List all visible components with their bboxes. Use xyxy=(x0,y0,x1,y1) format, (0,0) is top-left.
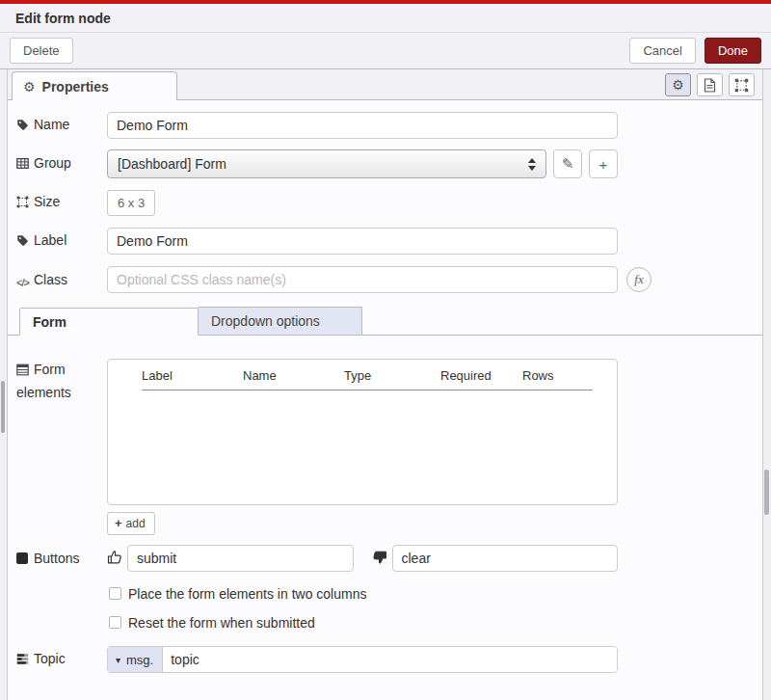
th-list-icon xyxy=(16,361,29,382)
column-header: Required xyxy=(440,368,522,383)
cancel-button[interactable]: Cancel xyxy=(629,38,695,64)
group-label: Group xyxy=(16,155,107,173)
add-group-button[interactable]: + xyxy=(589,149,618,178)
two-columns-option-label: Place the form elements in two columns xyxy=(128,586,366,602)
topic-typed-input: ▾ msg. xyxy=(107,646,618,673)
two-columns-option[interactable]: Place the form elements in two columns xyxy=(109,586,762,601)
tag-icon xyxy=(16,234,29,250)
node-subtab-bar: Form Dropdown options xyxy=(8,307,762,336)
left-scrollbar-thumb[interactable] xyxy=(1,381,5,433)
form-elements-section: Form elements Label Name Type Required R… xyxy=(16,359,762,535)
topic-value-input[interactable] xyxy=(163,647,617,672)
tasks-icon xyxy=(16,653,29,668)
edit-group-button[interactable]: ✎ xyxy=(553,149,582,178)
form-elements-table-header: Label Name Type Required Rows xyxy=(142,368,593,390)
tab-properties[interactable]: ⚙ Properties xyxy=(12,71,177,100)
size-label: Size xyxy=(16,194,107,211)
column-header: Name xyxy=(243,368,344,383)
gear-icon: ⚙ xyxy=(23,80,36,94)
fx-expression-button[interactable]: fx xyxy=(626,267,651,292)
select-arrows-icon xyxy=(528,158,536,171)
dialog-title-bar: Edit form node xyxy=(0,4,771,33)
delete-button[interactable]: Delete xyxy=(10,38,73,64)
dialog-body: ⚙ Properties ⚙ xyxy=(7,69,763,700)
thumbs-up-icon xyxy=(107,550,122,568)
plus-icon: + xyxy=(115,516,122,530)
subtab-dropdown-options[interactable]: Dropdown options xyxy=(198,307,362,335)
editor-tab-icons: ⚙ xyxy=(665,73,755,96)
object-group-icon xyxy=(734,78,749,93)
dialog-action-bar: Delete Cancel Done xyxy=(0,33,771,69)
topic-type-select[interactable]: ▾ msg. xyxy=(108,647,163,672)
size-row: Size 6 x 3 xyxy=(16,189,762,216)
plus-icon: + xyxy=(599,156,608,173)
properties-icon-button[interactable]: ⚙ xyxy=(665,73,691,96)
properties-form: Name Grou xyxy=(8,100,762,673)
clear-button-label-input[interactable] xyxy=(392,545,619,572)
tag-icon xyxy=(16,119,29,134)
class-label: </>Class xyxy=(16,272,107,288)
label-input[interactable] xyxy=(107,228,618,255)
name-label: Name xyxy=(16,117,107,134)
editor-tab-bar: ⚙ Properties ⚙ xyxy=(8,69,762,100)
pencil-icon: ✎ xyxy=(562,155,574,173)
thumbs-down-icon xyxy=(372,550,387,568)
class-row: </>Class fx xyxy=(16,266,762,293)
description-icon-button[interactable] xyxy=(697,73,723,96)
subtab-form[interactable]: Form xyxy=(19,308,199,336)
name-row: Name xyxy=(16,112,762,139)
buttons-label: Buttons xyxy=(16,551,107,566)
tab-properties-label: Properties xyxy=(42,79,109,94)
right-scrollbar-thumb[interactable] xyxy=(764,470,769,515)
topic-type-label: msg. xyxy=(126,653,153,667)
size-button[interactable]: 6 x 3 xyxy=(107,190,155,216)
reset-form-option[interactable]: Reset the form when submitted xyxy=(109,615,762,630)
form-elements-editor: Label Name Type Required Rows +add xyxy=(107,359,618,535)
buttons-row: Buttons xyxy=(16,545,762,572)
group-select-value: [Dashboard] Form xyxy=(118,156,226,172)
done-button[interactable]: Done xyxy=(705,38,761,64)
square-icon xyxy=(16,552,28,564)
caret-down-icon: ▾ xyxy=(116,655,120,665)
name-input[interactable] xyxy=(107,112,618,139)
edit-node-dialog: Edit form node Delete Cancel Done ⚙ Prop… xyxy=(0,0,771,700)
document-icon xyxy=(704,78,716,93)
dialog-title: Edit form node xyxy=(15,11,111,26)
add-element-button[interactable]: +add xyxy=(107,512,155,535)
object-group-icon xyxy=(16,196,29,211)
code-icon: </> xyxy=(16,277,29,288)
column-header: Rows xyxy=(522,368,593,383)
fx-icon: fx xyxy=(634,272,643,287)
reset-form-option-label: Reset the form when submitted xyxy=(128,615,315,631)
topic-row: Topic ▾ msg. xyxy=(16,646,762,673)
form-elements-label: Form elements xyxy=(16,359,107,535)
checkbox[interactable] xyxy=(109,616,121,629)
group-row: Group [Dashboard] Form ✎ + xyxy=(16,150,762,177)
column-header: Label xyxy=(142,368,243,383)
column-header: Type xyxy=(344,368,440,383)
class-input[interactable] xyxy=(107,266,618,293)
table-icon xyxy=(16,157,29,173)
gear-icon: ⚙ xyxy=(672,78,684,92)
group-select[interactable]: [Dashboard] Form xyxy=(107,149,546,178)
submit-button-label-input[interactable] xyxy=(127,545,354,572)
checkbox[interactable] xyxy=(109,587,121,600)
form-elements-table[interactable]: Label Name Type Required Rows xyxy=(107,359,618,505)
label-row: Label xyxy=(16,228,762,255)
appearance-icon-button[interactable] xyxy=(729,73,755,96)
topic-label: Topic xyxy=(16,651,107,668)
label-label: Label xyxy=(16,232,107,250)
